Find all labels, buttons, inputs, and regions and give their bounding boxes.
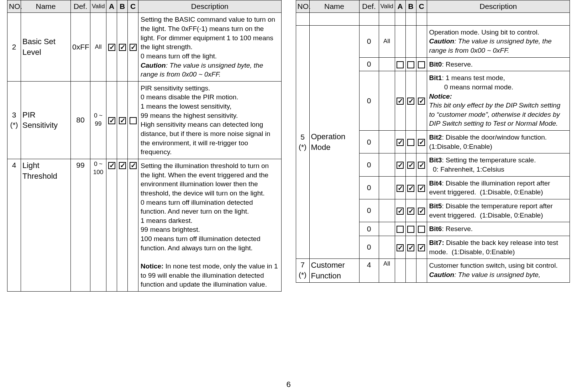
checkbox-icon: [418, 185, 425, 192]
cell-a: [106, 159, 117, 291]
cell-a: [395, 222, 405, 236]
cell-valid: [379, 236, 395, 258]
cell-c: [416, 236, 427, 258]
cell-desc: Setting the BASIC command value to turn …: [138, 13, 282, 81]
checkbox-icon: [418, 139, 425, 146]
checkbox-icon: [407, 226, 414, 233]
cell-no: 3(*): [7, 81, 21, 159]
cell-valid: 0 ~ 99: [90, 81, 106, 159]
cell-b: [405, 57, 416, 71]
checkbox-icon: [407, 139, 414, 146]
cell-desc: Bit4: Disable the illumination report af…: [427, 176, 570, 199]
cell-c: [416, 131, 427, 153]
col-a: A: [106, 0, 117, 13]
checkbox-icon: [407, 208, 414, 215]
col-name: Name: [21, 0, 71, 13]
cell-a: [395, 176, 405, 199]
cell-no: 5(*): [296, 25, 309, 258]
cell-desc: Customer function switch, using bit cont…: [427, 259, 570, 282]
checkbox-icon: [119, 117, 126, 124]
checkbox-icon: [407, 98, 414, 105]
cell-desc: Bit7: Disable the back key release into …: [427, 236, 570, 258]
col-c: C: [416, 0, 427, 13]
checkbox-icon: [397, 244, 404, 251]
checkbox-icon: [130, 162, 137, 169]
cell-b: [405, 131, 416, 153]
cell-name: Light Threshold: [21, 159, 71, 291]
cell-no: 4: [7, 159, 21, 291]
page-number: 6: [0, 380, 577, 389]
cell-desc: Bit2: Disable the door/window function. …: [427, 131, 570, 153]
cell-name: Basic Set Level: [21, 13, 71, 81]
cell-def: 0: [359, 236, 379, 258]
cell-desc: Bit5: Disable the temperature report aft…: [427, 199, 570, 222]
cell-name: Operation Mode: [309, 25, 359, 258]
cell-a: [395, 57, 405, 71]
cell-def: 80: [71, 81, 90, 159]
cell-def: 99: [71, 159, 90, 291]
cell-a: [395, 236, 405, 258]
cell-name: Customer Function: [309, 259, 359, 282]
cell-valid: [379, 153, 395, 176]
checkbox-icon: [397, 162, 404, 169]
cell-def: 0: [359, 131, 379, 153]
cell-def: 0: [359, 222, 379, 236]
cell-no: 2: [7, 13, 21, 81]
checkbox-icon: [397, 61, 404, 68]
checkbox-icon: [130, 44, 137, 51]
col-b: B: [117, 0, 128, 13]
checkbox-icon: [397, 98, 404, 105]
cell-a: [395, 25, 405, 57]
cell-c: [416, 199, 427, 222]
cell-def: 0: [359, 71, 379, 131]
cell-c: [128, 159, 138, 291]
cell-a: [106, 13, 117, 81]
col-a: A: [395, 0, 405, 13]
checkbox-icon: [418, 208, 425, 215]
checkbox-icon: [418, 244, 425, 251]
cell-b: [405, 259, 416, 282]
cell-valid: All: [379, 259, 395, 282]
cell-desc: Bit6: Reserve.: [427, 222, 570, 236]
table-row: 7(*)Customer Function4AllCustomer functi…: [296, 259, 570, 282]
checkbox-icon: [407, 185, 414, 192]
cell-desc: PIR sensitivity settings.0 means disable…: [138, 81, 282, 159]
cell-valid: [379, 222, 395, 236]
checkbox-icon: [108, 162, 115, 169]
checkbox-icon: [397, 185, 404, 192]
cell-b: [117, 13, 128, 81]
col-desc: Description: [427, 0, 570, 13]
cell-b: [117, 159, 128, 291]
cell-a: [395, 131, 405, 153]
cell-valid: 0 ~ 100: [90, 159, 106, 291]
checkbox-icon: [407, 61, 414, 68]
cell-desc: Setting the illumination threshold to tu…: [138, 159, 282, 291]
cell-c: [416, 222, 427, 236]
cell-c: [128, 13, 138, 81]
cell-a: [395, 259, 405, 282]
checkbox-icon: [397, 139, 404, 146]
cell-b: [405, 176, 416, 199]
cell-c: [416, 153, 427, 176]
table-header: NO. Name Def. Valid A B C Description: [296, 0, 570, 13]
col-name: Name: [309, 0, 359, 13]
cell-b: [405, 71, 416, 131]
checkbox-icon: [130, 117, 137, 124]
checkbox-icon: [397, 226, 404, 233]
checkbox-icon: [418, 226, 425, 233]
checkbox-icon: [418, 98, 425, 105]
cell-def: 0: [359, 199, 379, 222]
cell-valid: [379, 176, 395, 199]
cell-name: PIR Sensitivity: [21, 81, 71, 159]
cell-c: [416, 25, 427, 57]
cell-c: [128, 81, 138, 159]
cell-b: [405, 222, 416, 236]
checkbox-icon: [407, 162, 414, 169]
cell-c: [416, 259, 427, 282]
table-row: 3(*)PIR Sensitivity800 ~ 99PIR sensitivi…: [7, 81, 282, 159]
cell-def: 0xFF: [71, 13, 90, 81]
checkbox-icon: [418, 61, 425, 68]
cell-desc: Bit0: Reserve.: [427, 57, 570, 71]
right-table: NO. Name Def. Valid A B C Description 5(…: [296, 0, 570, 283]
cell-b: [405, 236, 416, 258]
